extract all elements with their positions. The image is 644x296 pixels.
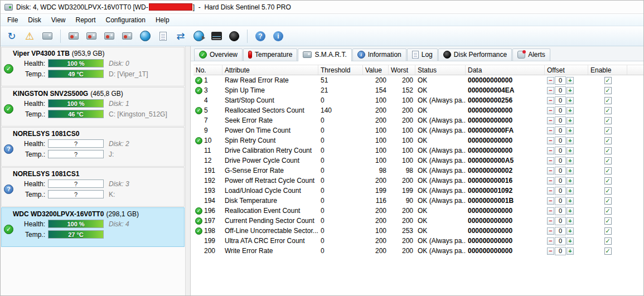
offset-decrease-button[interactable]: − xyxy=(547,127,554,134)
offset-increase-button[interactable]: + xyxy=(566,187,574,195)
offset-increase-button[interactable]: + xyxy=(566,147,574,154)
smart-row-200[interactable]: 200Write Error Rate0200200OK (Always pa.… xyxy=(193,246,643,256)
offset-increase-button[interactable]: + xyxy=(566,137,574,144)
enable-checkbox[interactable]: ✓ xyxy=(604,207,612,215)
disk-apm-button[interactable] xyxy=(83,28,100,44)
enable-checkbox[interactable]: ✓ xyxy=(604,87,612,94)
smart-row-194[interactable]: 194Disk Temperature011690OK (Always pa..… xyxy=(193,196,643,206)
enable-checkbox[interactable]: ✓ xyxy=(604,167,612,174)
enable-checkbox[interactable]: ✓ xyxy=(604,237,612,245)
offset-increase-button[interactable]: + xyxy=(566,217,574,225)
offset-decrease-button[interactable]: − xyxy=(547,237,554,245)
refresh-button[interactable]: ↻ xyxy=(3,28,20,44)
help-button[interactable]: ? xyxy=(252,28,269,44)
tab-log[interactable]: Log xyxy=(407,48,438,61)
smart-row-7[interactable]: 7Seek Error Rate0200200OK (Always pa...0… xyxy=(193,115,643,125)
tab-information[interactable]: iInformation xyxy=(352,48,406,61)
enable-checkbox[interactable]: ✓ xyxy=(604,187,612,195)
offset-increase-button[interactable]: + xyxy=(566,227,574,235)
offset-decrease-button[interactable]: − xyxy=(547,187,554,195)
disk-panel-2[interactable]: NORELSYS 1081CS0?Health:?Disk: 2Temp.:?J… xyxy=(1,127,185,167)
disk-panel-4[interactable]: WDC WD3200LPVX-16V0TT0(298,1 GB)✓Health:… xyxy=(1,207,185,247)
offset-decrease-button[interactable]: − xyxy=(547,197,554,205)
sidebar-scrollbar[interactable] xyxy=(185,46,191,295)
smart-row-197[interactable]: ✓197Current Pending Sector Count0200200O… xyxy=(193,216,643,226)
about-button[interactable]: i xyxy=(270,28,287,44)
offset-increase-button[interactable]: + xyxy=(566,107,574,114)
smart-row-4[interactable]: 4Start/Stop Count0100100OK (Always pa...… xyxy=(193,95,643,105)
tab-disk-performance[interactable]: Disk Performance xyxy=(438,48,512,61)
smart-row-193[interactable]: 193Load/Unload Cycle Count0199199OK (Alw… xyxy=(193,186,643,196)
offset-increase-button[interactable]: + xyxy=(566,167,574,174)
column-header-data[interactable]: Data xyxy=(466,65,545,75)
menu-disk[interactable]: Disk xyxy=(23,14,46,26)
eject-disk-button[interactable] xyxy=(39,28,56,44)
offset-decrease-button[interactable]: − xyxy=(547,177,554,185)
tab-temperature[interactable]: Temperature xyxy=(243,48,297,61)
enable-checkbox[interactable]: ✓ xyxy=(604,197,612,205)
smart-row-12[interactable]: 12Drive Power Cycle Count0100100OK (Alwa… xyxy=(193,156,643,166)
disk-panel-3[interactable]: NORELSYS 1081CS1?Health:?Disk: 3Temp.:?K… xyxy=(1,167,185,207)
smart-row-199[interactable]: 199Ultra ATA CRC Error Count0200200OK (A… xyxy=(193,236,643,246)
offset-decrease-button[interactable]: − xyxy=(547,147,554,154)
online-update-button[interactable] xyxy=(137,28,153,44)
offset-decrease-button[interactable]: − xyxy=(547,217,554,225)
disk-panel-0[interactable]: Viper VP4300 1TB(953,9 GB)✓Health:100 %D… xyxy=(1,47,185,86)
offset-increase-button[interactable]: + xyxy=(566,177,574,185)
offset-increase-button[interactable]: + xyxy=(566,237,574,245)
offset-increase-button[interactable]: + xyxy=(566,97,574,104)
enable-checkbox[interactable]: ✓ xyxy=(604,248,612,255)
column-header-worst[interactable]: Worst xyxy=(389,65,415,75)
smart-row-192[interactable]: 192Power off Retract Cycle Count0200200O… xyxy=(193,176,643,186)
menu-help[interactable]: Help xyxy=(151,14,175,26)
enable-checkbox[interactable]: ✓ xyxy=(604,227,612,235)
offset-decrease-button[interactable]: − xyxy=(547,117,554,124)
column-header-status[interactable]: Status xyxy=(415,65,466,75)
disk-standby-button[interactable] xyxy=(119,28,135,44)
smart-row-10[interactable]: ✓10Spin Retry Count0100100OK000000000000… xyxy=(193,135,643,145)
offset-increase-button[interactable]: + xyxy=(566,117,574,124)
smart-row-1[interactable]: ✓1Raw Read Error Rate51200200OK000000000… xyxy=(193,75,643,85)
offset-decrease-button[interactable]: − xyxy=(547,97,554,104)
offset-decrease-button[interactable]: − xyxy=(547,87,554,94)
enable-checkbox[interactable]: ✓ xyxy=(604,157,612,164)
smart-row-5[interactable]: ✓5Reallocated Sectors Count140200200OK00… xyxy=(193,105,643,115)
disk-spindown-button[interactable] xyxy=(101,28,118,44)
menu-file[interactable]: File xyxy=(2,14,23,26)
column-header-enable[interactable]: Enable xyxy=(588,65,627,75)
column-header-attribute[interactable]: Attribute xyxy=(222,65,318,75)
column-header-value[interactable]: Value xyxy=(363,65,389,75)
enable-checkbox[interactable]: ✓ xyxy=(604,127,612,134)
offset-decrease-button[interactable]: − xyxy=(547,157,554,164)
tab-s-m-a-r-t[interactable]: S.M.A.R.T. xyxy=(298,48,351,61)
offset-increase-button[interactable]: + xyxy=(566,207,574,215)
disk-panel-1[interactable]: KINGSTON SNV2S500G(465,8 GB)✓Health:100 … xyxy=(1,87,185,127)
enable-checkbox[interactable]: ✓ xyxy=(604,177,612,185)
performance-graph-button[interactable] xyxy=(208,28,225,44)
smart-row-11[interactable]: 11Drive Calibration Retry Count0100100OK… xyxy=(193,145,643,156)
column-header-no[interactable]: No. xyxy=(193,65,222,75)
disk-acoustic-button[interactable] xyxy=(65,28,82,44)
offset-increase-button[interactable]: + xyxy=(566,248,574,255)
smart-row-9[interactable]: 9Power On Time Count0100100OK (Always pa… xyxy=(193,125,643,135)
offset-increase-button[interactable]: + xyxy=(566,127,574,134)
enable-checkbox[interactable]: ✓ xyxy=(604,117,612,124)
smart-row-3[interactable]: ✓3Spin Up Time21154152OK0000000004EA−0+✓ xyxy=(193,85,643,95)
enable-checkbox[interactable]: ✓ xyxy=(604,137,612,144)
smart-row-198[interactable]: ✓198Off-Line Uncorrectable Sector...0100… xyxy=(193,226,643,236)
column-header-threshold[interactable]: Threshold xyxy=(318,65,363,75)
enable-checkbox[interactable]: ✓ xyxy=(604,107,612,114)
smart-row-196[interactable]: ✓196Reallocation Event Count0200200OK000… xyxy=(193,206,643,216)
enable-checkbox[interactable]: ✓ xyxy=(604,77,612,84)
offset-decrease-button[interactable]: − xyxy=(547,227,554,235)
scheduled-problems-button[interactable]: ⚠ xyxy=(21,28,38,44)
offset-decrease-button[interactable]: − xyxy=(547,207,554,215)
offset-decrease-button[interactable]: − xyxy=(547,137,554,144)
offset-decrease-button[interactable]: − xyxy=(547,167,554,174)
menu-view[interactable]: View xyxy=(46,14,71,26)
column-header-offset[interactable]: Offset xyxy=(545,65,588,75)
menu-configuration[interactable]: Configuration xyxy=(101,14,151,26)
surface-test-button[interactable] xyxy=(226,28,243,44)
menu-report[interactable]: Report xyxy=(70,14,100,26)
speech-status-button[interactable] xyxy=(190,28,207,44)
